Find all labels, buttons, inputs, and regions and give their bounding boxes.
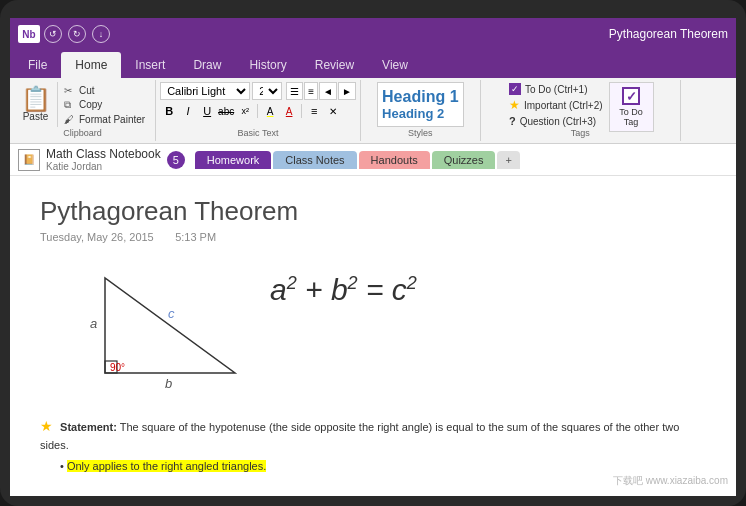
- todo-tag-item[interactable]: ✓ To Do (Ctrl+1): [507, 82, 605, 96]
- cut-icon: ✂: [64, 85, 76, 96]
- numbered-list-button[interactable]: ≡: [304, 82, 318, 100]
- tags-row: ✓ To Do (Ctrl+1) ★ Important (Ctrl+2) ? …: [507, 82, 654, 132]
- important-tag-item[interactable]: ★ Important (Ctrl+2): [507, 97, 605, 113]
- indent-increase-button[interactable]: ►: [338, 82, 356, 100]
- tags-group-label: Tags: [481, 128, 680, 138]
- title-bar-icons: ↺ ↻ ↓: [44, 25, 110, 43]
- font-size-select[interactable]: 20: [252, 82, 282, 100]
- title-bar: Nb ↺ ↻ ↓ Pythagorean Theorem: [10, 18, 736, 50]
- paste-icon: 📋: [21, 87, 51, 111]
- equation-area: a2 + b2 = c2: [270, 263, 417, 307]
- format-divider: [257, 104, 258, 118]
- tab-review[interactable]: Review: [301, 52, 368, 78]
- question-icon: ?: [509, 115, 516, 127]
- font-family-select[interactable]: Calibri Light: [160, 82, 250, 100]
- tab-draw[interactable]: Draw: [179, 52, 235, 78]
- equation-text: a2 + b2 = c2: [270, 273, 417, 306]
- section-tab-add[interactable]: +: [497, 151, 519, 169]
- notebook-info: Math Class Notebook Katie Jordan: [46, 147, 161, 172]
- svg-marker-0: [105, 278, 235, 373]
- indent-decrease-button[interactable]: ◄: [319, 82, 337, 100]
- ribbon: File Home Insert Draw History Review Vie…: [10, 50, 736, 144]
- section-tab-quizzes[interactable]: Quizzes: [432, 151, 496, 169]
- styles-group: Heading 1 Heading 2 Styles: [361, 80, 481, 141]
- statement-text: The square of the hypotenuse (the side o…: [40, 421, 679, 451]
- window-title: Pythagorean Theorem: [110, 27, 728, 41]
- section-tab-handouts[interactable]: Handouts: [359, 151, 430, 169]
- todo-tag-right-label: To DoTag: [619, 107, 643, 127]
- question-tag-label: Question (Ctrl+3): [520, 116, 596, 127]
- bullet-item: • Only applies to the right angled trian…: [60, 458, 706, 475]
- date-text: Tuesday, May 26, 2015: [40, 231, 154, 243]
- basic-text-group: Calibri Light 20 ☰ ≡ ◄ ► B: [156, 80, 361, 141]
- paste-button[interactable]: 📋 Paste: [14, 82, 58, 127]
- strikethrough-button[interactable]: abc: [217, 102, 235, 120]
- svg-text:90°: 90°: [110, 362, 125, 373]
- paste-label: Paste: [23, 111, 49, 122]
- section-tab-homework[interactable]: Homework: [195, 151, 272, 169]
- statement-star-icon: ★: [40, 418, 53, 434]
- statement-area: ★ Statement: The square of the hypotenus…: [10, 410, 736, 480]
- ribbon-tabs: File Home Insert Draw History Review Vie…: [10, 50, 736, 78]
- notebook-icon: 📔: [18, 149, 40, 171]
- clipboard-group-label: Clipboard: [10, 128, 155, 138]
- tab-history[interactable]: History: [235, 52, 300, 78]
- underline-button[interactable]: U: [198, 102, 216, 120]
- italic-button[interactable]: I: [179, 102, 197, 120]
- statement-prefix: Statement:: [60, 421, 117, 433]
- todo-tag-label: To Do (Ctrl+1): [525, 84, 588, 95]
- copy-icon: ⧉: [64, 99, 76, 111]
- watermark: 下载吧 www.xiazaiba.com: [613, 474, 728, 488]
- notebook-bar: 📔 Math Class Notebook Katie Jordan 5 Hom…: [10, 144, 736, 176]
- format-painter-button[interactable]: 🖌 Format Painter: [62, 113, 147, 126]
- heading1-style[interactable]: Heading 1: [380, 87, 460, 106]
- ribbon-content: 📋 Paste ✂ Cut ⧉ Copy 🖌: [10, 78, 736, 144]
- notebook-title: Math Class Notebook: [46, 147, 161, 161]
- section-tab-class-notes[interactable]: Class Notes: [273, 151, 356, 169]
- highlight-button[interactable]: A: [261, 102, 279, 120]
- section-tabs: Homework Class Notes Handouts Quizzes +: [195, 151, 520, 169]
- tab-home[interactable]: Home: [61, 52, 121, 78]
- font-color-button[interactable]: A: [280, 102, 298, 120]
- time-text: 5:13 PM: [175, 231, 216, 243]
- save-icon[interactable]: ↓: [92, 25, 110, 43]
- styles-group-label: Styles: [361, 128, 480, 138]
- important-tag-label: Important (Ctrl+2): [524, 100, 603, 111]
- title-bar-left: Nb ↺ ↻ ↓: [18, 25, 110, 43]
- todo-tag-icon: ✓: [622, 87, 640, 105]
- superscript-button[interactable]: x²: [236, 102, 254, 120]
- question-tag-item[interactable]: ? Question (Ctrl+3): [507, 114, 605, 128]
- format-painter-icon: 🖌: [64, 114, 76, 125]
- content-area: a b c 90° a2 + b2 = c2: [40, 263, 706, 393]
- tab-insert[interactable]: Insert: [121, 52, 179, 78]
- basic-text-group-label: Basic Text: [156, 128, 360, 138]
- svg-text:a: a: [90, 316, 97, 331]
- todo-checkbox: ✓: [509, 83, 521, 95]
- back-icon[interactable]: ↺: [44, 25, 62, 43]
- heading2-style[interactable]: Heading 2: [380, 106, 460, 122]
- todo-tag-button[interactable]: ✓ To DoTag: [609, 82, 654, 132]
- sync-count[interactable]: 5: [167, 151, 185, 169]
- important-star-icon: ★: [509, 98, 520, 112]
- bold-button[interactable]: B: [160, 102, 178, 120]
- forward-icon[interactable]: ↻: [68, 25, 86, 43]
- clipboard-sub: ✂ Cut ⧉ Copy 🖌 Format Painter: [58, 82, 151, 127]
- tags-group: ✓ To Do (Ctrl+1) ★ Important (Ctrl+2) ? …: [481, 80, 681, 141]
- page-content: Pythagorean Theorem Tuesday, May 26, 201…: [10, 176, 736, 413]
- tab-file[interactable]: File: [14, 52, 61, 78]
- svg-text:b: b: [165, 376, 172, 391]
- font-row: Calibri Light 20 ☰ ≡ ◄ ►: [160, 82, 356, 100]
- tags-list: ✓ To Do (Ctrl+1) ★ Important (Ctrl+2) ? …: [507, 82, 605, 132]
- triangle-area: a b c 90°: [40, 263, 240, 393]
- statement-line: ★ Statement: The square of the hypotenus…: [40, 416, 706, 454]
- tab-view[interactable]: View: [368, 52, 422, 78]
- copy-button[interactable]: ⧉ Copy: [62, 98, 147, 112]
- triangle-diagram: a b c 90°: [40, 263, 240, 393]
- align-button[interactable]: ≡: [305, 102, 323, 120]
- bullet-list-button[interactable]: ☰: [286, 82, 303, 100]
- clear-formatting-button[interactable]: ✕: [324, 102, 342, 120]
- todo-check-icon: ✓: [626, 89, 637, 104]
- highlighted-text: Only applies to the right angled triangl…: [67, 460, 266, 472]
- page-date: Tuesday, May 26, 2015 5:13 PM: [40, 231, 706, 243]
- cut-button[interactable]: ✂ Cut: [62, 84, 147, 97]
